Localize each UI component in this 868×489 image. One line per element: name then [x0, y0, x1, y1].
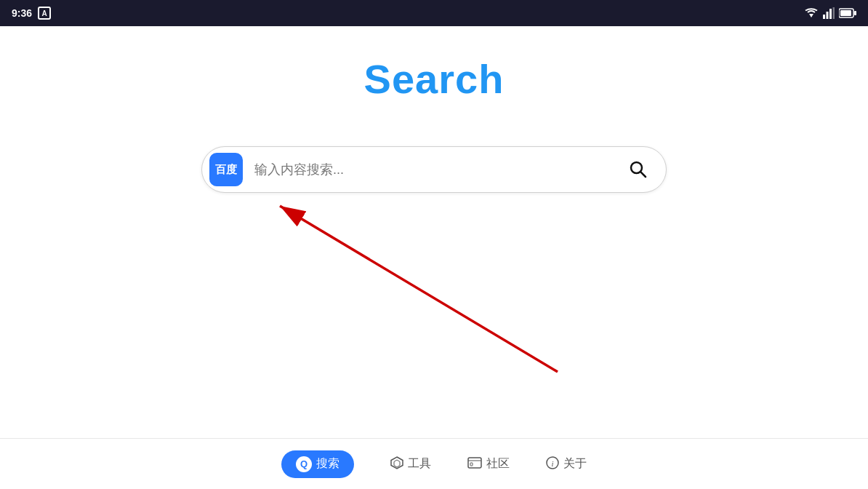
status-right	[804, 7, 856, 19]
about-nav-icon: i	[546, 456, 559, 472]
svg-rect-1	[823, 15, 825, 19]
status-left: 9:36 A	[12, 7, 51, 20]
svg-rect-3	[829, 9, 832, 19]
bottom-nav: Q 搜索 工具 社区 i 关于	[0, 438, 868, 489]
nav-label-community: 社区	[486, 456, 510, 472]
svg-rect-16	[470, 463, 473, 466]
svg-marker-0	[809, 14, 813, 17]
search-nav-icon: Q	[296, 456, 312, 472]
nav-label-about: 关于	[563, 456, 587, 472]
nav-item-tools[interactable]: 工具	[390, 456, 431, 472]
nav-item-about[interactable]: i 关于	[546, 456, 587, 472]
status-bar: 9:36 A	[0, 0, 868, 26]
status-icon-a: A	[38, 7, 51, 20]
nav-item-community[interactable]: 社区	[467, 456, 510, 472]
search-submit-button[interactable]	[625, 156, 651, 183]
main-content: Search 百度	[0, 26, 868, 438]
search-input[interactable]	[243, 162, 625, 178]
svg-text:i: i	[551, 458, 553, 467]
search-area: 百度	[201, 146, 667, 193]
svg-rect-2	[827, 12, 829, 19]
community-nav-icon	[467, 457, 482, 472]
signal-icon	[823, 7, 835, 19]
nav-item-search[interactable]: Q 搜索	[281, 450, 354, 478]
svg-rect-4	[833, 7, 835, 19]
status-time: 9:36	[12, 7, 32, 19]
battery-icon	[839, 8, 856, 18]
svg-rect-6	[854, 11, 856, 15]
search-box: 百度	[201, 146, 667, 193]
svg-rect-7	[840, 10, 851, 16]
svg-line-9	[640, 172, 646, 177]
tools-nav-icon	[390, 456, 403, 472]
nav-label-tools: 工具	[408, 456, 431, 472]
wifi-icon	[804, 7, 819, 19]
svg-marker-13	[394, 460, 400, 467]
app-title: Search	[364, 55, 505, 103]
nav-label-search: 搜索	[316, 456, 339, 472]
svg-line-11	[280, 206, 558, 372]
baidu-badge[interactable]: 百度	[209, 153, 243, 186]
